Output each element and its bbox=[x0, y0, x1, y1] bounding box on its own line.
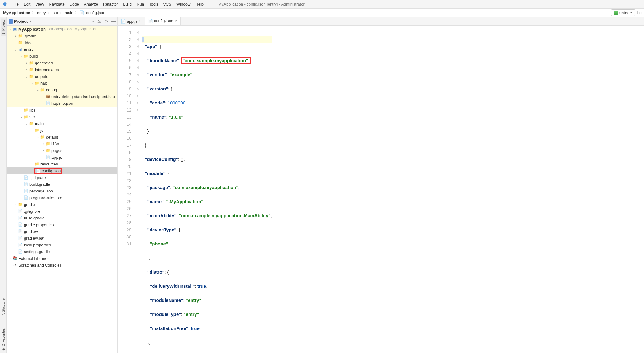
file-icon: 📄 bbox=[18, 236, 23, 240]
js-file-icon: 📄 bbox=[45, 155, 50, 159]
crumb-src[interactable]: src bbox=[52, 10, 59, 16]
tool-tab-project[interactable]: 1: Project bbox=[1, 18, 6, 36]
tree-entry[interactable]: ⌄▣entry bbox=[7, 46, 117, 53]
code-content[interactable]: { "app": { "bundleName": "com.example.my… bbox=[140, 26, 272, 353]
tree-external-libraries[interactable]: ›📚External Libraries bbox=[7, 255, 117, 262]
tree-pages[interactable]: ›📁pages bbox=[7, 147, 117, 154]
tree-settings-gradle[interactable]: 📄settings.gradle bbox=[7, 248, 117, 255]
tree-hapinfo[interactable]: 📄hapInfo.json bbox=[7, 100, 117, 107]
editor-tab-config[interactable]: 📄 config.json × bbox=[145, 17, 181, 25]
code-editor[interactable]: 1234567891011121314151617181920212223242… bbox=[118, 26, 644, 353]
folder-icon: 📁 bbox=[18, 202, 23, 207]
menu-vcs[interactable]: VCS bbox=[161, 1, 174, 7]
menu-code[interactable]: Code bbox=[67, 1, 82, 7]
tree-root[interactable]: ⌄▣MyApplicationD:\Code\jsCode\MyApplicat… bbox=[7, 26, 117, 32]
crumb-main[interactable]: main bbox=[64, 10, 74, 16]
tree-outputs[interactable]: ⌄📁outputs bbox=[7, 73, 117, 80]
tree-libs[interactable]: 📁libs bbox=[7, 107, 117, 113]
tree-scratches[interactable]: 🗂Scratches and Consoles bbox=[7, 262, 117, 268]
tab-label: app.js bbox=[127, 19, 138, 24]
tree-gradle-dir[interactable]: ›📁.gradle bbox=[7, 32, 117, 39]
run-config-label: entry bbox=[619, 10, 628, 15]
tree-resources[interactable]: ›📁resources bbox=[7, 161, 117, 167]
properties-file-icon: 📄 bbox=[18, 222, 23, 227]
folder-icon: 📁 bbox=[45, 142, 50, 146]
file-icon: 📄 bbox=[18, 209, 23, 213]
scratches-icon: 🗂 bbox=[12, 263, 17, 267]
project-tree[interactable]: ⌄▣MyApplicationD:\Code\jsCode\MyApplicat… bbox=[7, 26, 117, 353]
menu-tools[interactable]: Tools bbox=[147, 1, 161, 7]
js-file-icon: 📄 bbox=[121, 19, 125, 23]
run-config-selector[interactable]: entry ▼ bbox=[611, 9, 635, 16]
menu-run[interactable]: Run bbox=[134, 1, 147, 7]
close-tab-icon[interactable]: × bbox=[139, 19, 142, 23]
tree-default[interactable]: ⌄📁default bbox=[7, 134, 117, 140]
tree-build-gradle[interactable]: 📄build.gradle bbox=[7, 181, 117, 188]
dropdown-arrow-icon[interactable]: ▼ bbox=[29, 20, 32, 23]
tree-js[interactable]: ⌄📁js bbox=[7, 127, 117, 134]
tree-src[interactable]: ⌄📁src bbox=[7, 113, 117, 120]
navbar: MyApplication 〉 entry 〉 src 〉 main 〉 📄 c… bbox=[0, 9, 644, 17]
tree-main[interactable]: ⌄📁main bbox=[7, 120, 117, 127]
chevron-right-icon: 〉 bbox=[32, 11, 35, 15]
tool-tab-favorites[interactable]: ★ 2: Favorites bbox=[1, 327, 6, 353]
tree-debug[interactable]: ⌄📁debug bbox=[7, 86, 117, 93]
tree-root-buildgradle[interactable]: 📄build.gradle bbox=[7, 214, 117, 221]
file-icon: 📄 bbox=[23, 175, 28, 180]
menu-window[interactable]: Window bbox=[174, 1, 193, 7]
tree-gradlew-bat[interactable]: 📄gradlew.bat bbox=[7, 235, 117, 241]
tree-generated[interactable]: ›📁generated bbox=[7, 59, 117, 66]
menu-help[interactable]: Help bbox=[193, 1, 206, 7]
main-area: 1: Project 7: Structure ★ 2: Favorites P… bbox=[0, 17, 644, 353]
tree-root-gitignore[interactable]: 📄.gitignore bbox=[7, 208, 117, 214]
folder-icon: 📁 bbox=[18, 34, 23, 38]
folder-icon: 📁 bbox=[23, 115, 28, 119]
editor-area: 📄 app.js × 📄 config.json × 1234567891011… bbox=[118, 17, 644, 353]
menu-refactor[interactable]: Refactor bbox=[101, 1, 120, 7]
json-file-icon: 📄 bbox=[148, 19, 152, 23]
folder-icon: 📁 bbox=[34, 162, 39, 166]
editor-tabs: 📄 app.js × 📄 config.json × bbox=[118, 17, 644, 26]
menubar: FFileile Edit View Navigate Code Analyze… bbox=[0, 0, 644, 9]
library-icon: 📚 bbox=[12, 256, 17, 260]
tree-gitignore[interactable]: 📄.gitignore bbox=[7, 174, 117, 181]
tree-appjs[interactable]: 📄app.js bbox=[7, 154, 117, 161]
folder-icon: 📁 bbox=[18, 40, 23, 45]
fold-gutter[interactable]: ⊖⊖⊖ ⊖⊖⊖ ⊖⊖⊖⊖⊖⊖ bbox=[136, 26, 140, 353]
folder-icon: 📁 bbox=[23, 108, 28, 112]
crumb-module[interactable]: entry bbox=[36, 10, 47, 16]
gear-icon[interactable]: ⚙ bbox=[104, 19, 108, 24]
locate-icon[interactable]: ⌖ bbox=[92, 19, 94, 24]
tree-gradle-props[interactable]: 📄gradle.properties bbox=[7, 221, 117, 228]
menu-build[interactable]: Build bbox=[120, 1, 134, 7]
menu-view[interactable]: View bbox=[33, 1, 46, 7]
menu-edit[interactable]: Edit bbox=[21, 1, 33, 7]
crumb-project[interactable]: MyApplication bbox=[2, 10, 31, 16]
tree-local-props[interactable]: 📄local.properties bbox=[7, 241, 117, 248]
menu-file[interactable]: FFileile bbox=[10, 1, 21, 7]
crumb-file[interactable]: config.json bbox=[86, 10, 106, 16]
tree-intermediates[interactable]: ›📁intermediates bbox=[7, 66, 117, 73]
hide-panel-icon[interactable]: — bbox=[111, 19, 116, 24]
file-icon: 📄 bbox=[23, 195, 28, 200]
editor-tab-appjs[interactable]: 📄 app.js × bbox=[118, 17, 145, 25]
tool-tab-structure[interactable]: 7: Structure bbox=[1, 297, 6, 318]
tree-hap-file[interactable]: 📦entry-debug-standard-unsigned.hap bbox=[7, 93, 117, 100]
tree-proguard[interactable]: 📄proguard-rules.pro bbox=[7, 194, 117, 201]
menu-analyze[interactable]: Analyze bbox=[82, 1, 101, 7]
folder-icon: 📁 bbox=[34, 81, 39, 85]
menu-navigate[interactable]: Navigate bbox=[46, 1, 67, 7]
expand-all-icon[interactable]: ⇲ bbox=[97, 19, 101, 24]
tree-gradlew[interactable]: 📄gradlew bbox=[7, 228, 117, 235]
json-file-icon: 📄 bbox=[23, 189, 28, 193]
tree-build[interactable]: ⌄📁build bbox=[7, 53, 117, 59]
tree-idea-dir[interactable]: 📁.idea bbox=[7, 39, 117, 46]
tree-gradle[interactable]: ›📁gradle bbox=[7, 201, 117, 208]
tree-config-json[interactable]: 📄config.json bbox=[7, 167, 117, 174]
tree-hap[interactable]: ⌄📁hap bbox=[7, 80, 117, 86]
tool-window-strip-left: 1: Project 7: Structure ★ 2: Favorites bbox=[0, 17, 7, 353]
tree-package-json[interactable]: 📄package.json bbox=[7, 188, 117, 194]
chevron-right-icon: 〉 bbox=[75, 11, 78, 15]
tree-i18n[interactable]: ›📁i18n bbox=[7, 140, 117, 147]
close-tab-icon[interactable]: × bbox=[175, 19, 177, 23]
